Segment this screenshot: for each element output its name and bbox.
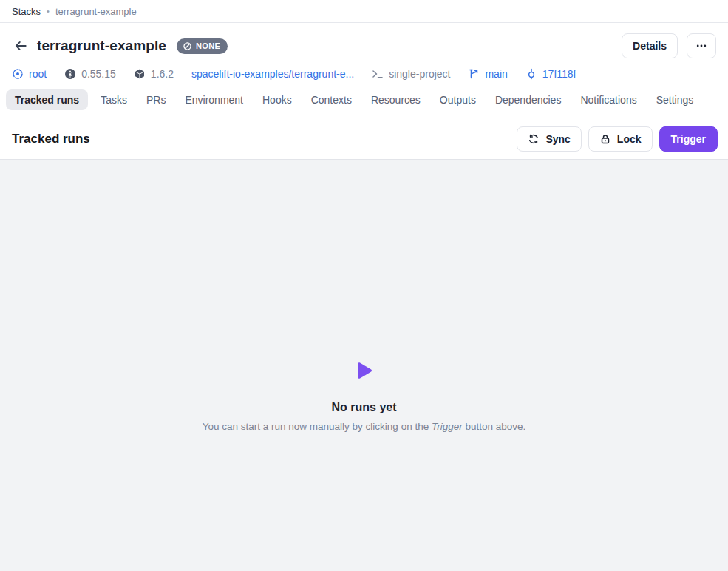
project-type-label: single-project: [389, 68, 450, 80]
stack-meta-row: root 0.55.15 1.6.2 spacelift-io-examples…: [12, 68, 716, 80]
runner-version: 0.55.15: [64, 68, 116, 80]
commit-link[interactable]: 17f118f: [525, 68, 576, 80]
empty-desc-prefix: You can start a run now manually by clic…: [203, 421, 432, 432]
tab-environment[interactable]: Environment: [178, 89, 250, 110]
empty-state: No runs yet You can start a run now manu…: [0, 160, 728, 432]
breadcrumb-current: terragrunt-example: [55, 6, 137, 17]
branch-link[interactable]: main: [468, 68, 507, 80]
details-button[interactable]: Details: [622, 33, 678, 58]
breadcrumb-separator: •: [47, 7, 50, 16]
repository-link[interactable]: spacelift-io-examples/terragrunt-e...: [191, 68, 354, 80]
no-entry-icon: [183, 41, 192, 51]
tab-tasks[interactable]: Tasks: [94, 89, 134, 110]
stack-header: terragrunt-example NONE Details root 0.5…: [0, 23, 728, 80]
sync-button[interactable]: Sync: [517, 126, 581, 152]
section-title: Tracked runs: [12, 132, 90, 146]
trigger-button[interactable]: Trigger: [659, 126, 718, 152]
arrow-left-icon: [14, 39, 27, 53]
breadcrumb-stacks-link[interactable]: Stacks: [12, 6, 41, 17]
tab-hooks[interactable]: Hooks: [256, 89, 299, 110]
sync-icon: [528, 133, 540, 145]
tab-notifications[interactable]: Notifications: [574, 89, 643, 110]
lock-button-label: Lock: [617, 133, 642, 145]
tab-contexts[interactable]: Contexts: [305, 89, 358, 110]
tab-prs[interactable]: PRs: [140, 89, 172, 110]
runner-version-label: 0.55.15: [81, 68, 116, 80]
back-button[interactable]: [12, 37, 30, 55]
branch-label: main: [485, 68, 507, 80]
play-icon: [355, 361, 374, 382]
rocket-icon: [64, 68, 76, 80]
tab-settings[interactable]: Settings: [650, 89, 701, 110]
git-branch-icon: [468, 68, 480, 80]
stack-tab-bar: Tracked runs Tasks PRs Environment Hooks…: [0, 80, 728, 118]
tab-outputs[interactable]: Outputs: [433, 89, 483, 110]
space-link[interactable]: root: [12, 68, 47, 80]
status-badge: NONE: [177, 38, 228, 54]
status-badge-label: NONE: [196, 41, 220, 50]
tracked-runs-toolbar: Tracked runs Sync Lock Trigger: [0, 118, 728, 160]
header-actions: Details: [622, 33, 716, 58]
title-row: terragrunt-example NONE Details: [12, 33, 716, 58]
tab-tracked-runs[interactable]: Tracked runs: [6, 89, 88, 110]
space-label: root: [29, 68, 47, 80]
tab-dependencies[interactable]: Dependencies: [489, 89, 568, 110]
empty-state-description: You can start a run now manually by clic…: [0, 421, 728, 432]
breadcrumb: Stacks • terragrunt-example: [0, 0, 728, 23]
git-commit-icon: [525, 68, 537, 80]
space-icon: [12, 68, 24, 80]
empty-desc-trigger: Trigger: [432, 421, 463, 432]
tab-resources[interactable]: Resources: [364, 89, 427, 110]
lock-icon: [599, 133, 611, 145]
empty-state-title: No runs yet: [0, 401, 728, 414]
more-actions-button[interactable]: [687, 33, 716, 58]
empty-desc-suffix: button above.: [463, 421, 526, 432]
tool-version: 1.6.2: [134, 68, 174, 80]
lock-button[interactable]: Lock: [588, 126, 653, 152]
commit-label: 17f118f: [542, 68, 576, 80]
page-title: terragrunt-example: [37, 38, 166, 54]
cube-icon: [134, 68, 146, 80]
toolbar-actions: Sync Lock Trigger: [517, 126, 718, 152]
project-type: single-project: [372, 68, 450, 80]
ellipsis-icon: [695, 40, 707, 52]
tracked-runs-content: No runs yet You can start a run now manu…: [0, 160, 728, 571]
tool-version-label: 1.6.2: [151, 68, 174, 80]
repository-label: spacelift-io-examples/terragrunt-e...: [191, 68, 354, 80]
sync-button-label: Sync: [545, 133, 570, 145]
terminal-icon: [372, 68, 384, 80]
